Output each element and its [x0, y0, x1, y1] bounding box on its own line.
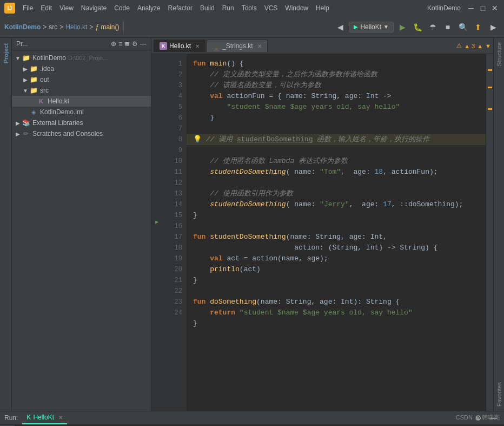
tree-ext-libs[interactable]: ▶ 📚 External Libraries: [12, 117, 151, 128]
maximize-button[interactable]: □: [478, 3, 488, 13]
hello-kt-tab-icon: K: [160, 42, 167, 50]
menu-code[interactable]: Code: [111, 3, 133, 13]
close-button[interactable]: ✕: [490, 3, 500, 13]
run-config-selector[interactable]: ▶ HelloKt ▼: [349, 22, 394, 32]
menu-view[interactable]: View: [56, 3, 77, 13]
menu-refactor[interactable]: Refactor: [165, 3, 196, 13]
debug-button[interactable]: 🐛: [411, 21, 424, 34]
window-controls: ─ □ ✕: [466, 3, 500, 13]
ln-4: 4: [162, 91, 182, 102]
right-error-gutter: [486, 54, 493, 411]
gutter-empty-5: [151, 97, 162, 108]
minimize-button[interactable]: ─: [466, 3, 476, 13]
tree-root[interactable]: ▼ 📁 KotlinDemo D:\002_Proje...: [12, 53, 151, 63]
scratches-icon: ✏: [22, 129, 30, 138]
project-breadcrumb[interactable]: KotlinDemo: [4, 23, 41, 31]
code-editor[interactable]: ▶ 1 2 3 4 5 6 7 8 9 10 11 12 13 14 15 16…: [151, 54, 493, 411]
ln-5: 5: [162, 102, 182, 113]
function-breadcrumb[interactable]: ƒ main(): [95, 23, 119, 31]
tab-strings-kt[interactable]: _ _Strings.kt ✕: [207, 40, 268, 52]
close-panel-icon[interactable]: —: [140, 40, 147, 48]
title-bar: IJ File Edit View Navigate Code Analyze …: [0, 0, 504, 16]
hello-kt-tab-close[interactable]: ✕: [195, 43, 200, 49]
add-icon[interactable]: ⊕: [111, 40, 116, 48]
bottom-area: Run: K HelloKt ✕ ⚙ — ▶ ↑ ↓ ■ ↺ ⊟ ⊞ »: [0, 411, 504, 426]
toolbar-separator: [123, 21, 124, 34]
gutter-empty-7: [151, 119, 162, 130]
ln-7: 7: [162, 123, 182, 134]
gutter-empty-1: [151, 54, 162, 65]
ln-1: 1: [162, 58, 182, 69]
run-config-name: HelloKt: [360, 23, 381, 31]
collapse-all-icon[interactable]: ≣: [124, 40, 130, 48]
settings-icon[interactable]: ⚙: [132, 40, 138, 48]
line-numbers: 1 2 3 4 5 6 7 8 9 10 11 12 13 14 15 16 1…: [162, 54, 187, 411]
root-path: D:\002_Proje...: [68, 55, 108, 61]
menu-file[interactable]: File: [19, 3, 36, 13]
structure-tab[interactable]: Structure: [494, 38, 504, 71]
gutter-empty-12: [151, 173, 162, 184]
menu-tools[interactable]: Tools: [238, 3, 260, 13]
root-arrow: ▼: [14, 55, 22, 61]
idea-folder-icon: 📁: [29, 64, 38, 73]
run-button[interactable]: ▶: [396, 21, 409, 34]
project-panel: Pr... ⊕ ≡ ≣ ⚙ — ▼ 📁 KotlinDemo D:\002_Pr…: [12, 38, 151, 411]
coverage-button[interactable]: ☂: [426, 21, 439, 34]
main-area: Project Pr... ⊕ ≡ ≣ ⚙ — ▼ 📁 KotlinDemo D…: [0, 38, 504, 411]
menu-window[interactable]: Window: [282, 3, 311, 13]
run-gutter-arrow-16[interactable]: ▶: [151, 217, 162, 227]
favorites-tab[interactable]: Favorites: [494, 378, 504, 411]
breadcrumb-sep3: >: [89, 23, 93, 31]
hello-kt-icon: K: [37, 97, 45, 106]
forward-button[interactable]: ▶: [487, 21, 500, 34]
update-button[interactable]: ⬆: [472, 21, 485, 34]
menu-edit[interactable]: Edit: [37, 3, 55, 13]
editor-area: K Hello.kt ✕ _ _Strings.kt ✕ ⚠ ▲ 3 ▲ ▼: [151, 38, 493, 411]
gutter-empty-11: [151, 162, 162, 173]
root-label: KotlinDemo: [32, 54, 66, 62]
warning-expand-icon[interactable]: ▲: [477, 43, 483, 49]
project-tab[interactable]: Project: [1, 40, 11, 67]
tree-idea[interactable]: ▶ 📁 .idea: [12, 63, 151, 74]
tree-hello-kt[interactable]: K Hello.kt: [12, 96, 151, 107]
file-breadcrumb[interactable]: Hello.kt: [65, 23, 87, 31]
run-label: Run:: [4, 414, 18, 422]
expand-all-icon[interactable]: ≡: [118, 40, 122, 48]
editor-warning-count: ⚠ ▲ 3 ▲ ▼: [456, 42, 491, 49]
tree-iml[interactable]: ◈ KotlinDemo.iml: [12, 107, 151, 117]
ln-9: 9: [162, 145, 182, 156]
app-title: KotlinDemo: [427, 4, 461, 12]
project-tree: ▼ 📁 KotlinDemo D:\002_Proje... ▶ 📁 .idea…: [12, 50, 151, 411]
toolbar-right: ◀ ▶ HelloKt ▼ ▶ 🐛 ☂ ■ 🔍 ⬆ ▶: [334, 21, 500, 34]
run-tab-label: HelloKt: [33, 414, 54, 421]
src-breadcrumb[interactable]: src: [49, 23, 57, 31]
menu-analyze[interactable]: Analyze: [134, 3, 164, 13]
menu-build[interactable]: Build: [197, 3, 218, 13]
tree-src[interactable]: ▼ 📁 src: [12, 85, 151, 96]
search-button[interactable]: 🔍: [456, 21, 469, 34]
run-hellokt-tab[interactable]: K HelloKt ✕: [22, 411, 67, 424]
stop-button[interactable]: ■: [441, 21, 454, 34]
warning-collapse-icon[interactable]: ▼: [485, 43, 491, 49]
ln-21: 21: [162, 275, 182, 286]
ln-3: 3: [162, 80, 182, 91]
menu-run[interactable]: Run: [219, 3, 237, 13]
tree-scratches[interactable]: ▶ ✏ Scratches and Consoles: [12, 128, 151, 139]
project-panel-header: Pr... ⊕ ≡ ≣ ⚙ —: [12, 38, 151, 50]
tab-hello-kt[interactable]: K Hello.kt ✕: [154, 40, 205, 52]
strings-kt-tab-close[interactable]: ✕: [257, 43, 262, 49]
gutter-empty-13: [151, 184, 162, 195]
ln-8: 8: [162, 134, 182, 145]
strings-kt-tab-label: _Strings.kt: [222, 42, 253, 50]
menu-help[interactable]: Help: [313, 3, 333, 13]
menu-vcs[interactable]: VCS: [261, 3, 281, 13]
menu-navigate[interactable]: Navigate: [78, 3, 110, 13]
back-button[interactable]: ◀: [334, 21, 347, 34]
gutter-empty-2: [151, 65, 162, 76]
tree-out[interactable]: ▶ 📁 out: [12, 74, 151, 85]
hello-kt-tab-label: Hello.kt: [169, 42, 191, 50]
app-icon: IJ: [4, 3, 15, 14]
code-content[interactable]: fun main() { // 定义函数类型变量，之后作为函数参数传递给函数 /…: [187, 54, 486, 411]
ln-13: 13: [162, 188, 182, 199]
run-tab-close[interactable]: ✕: [58, 415, 63, 421]
